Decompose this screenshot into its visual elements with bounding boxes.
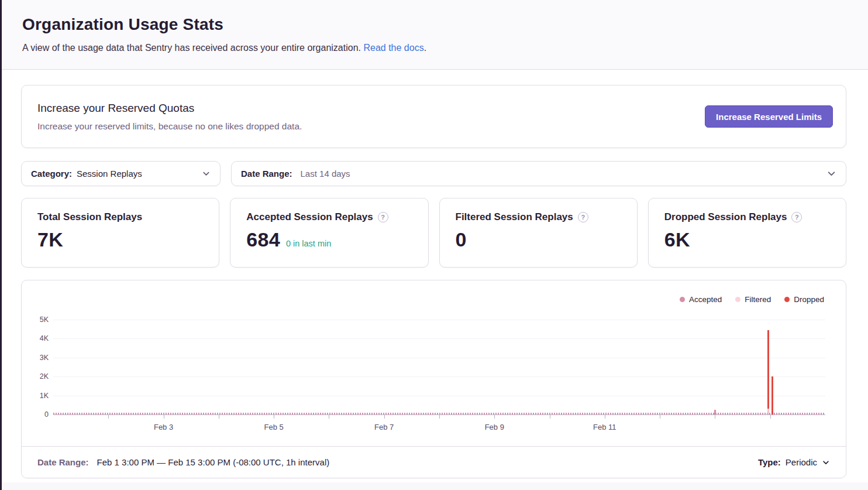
x-axis-tick (384, 415, 385, 419)
chart-type-select[interactable]: Type: Periodic (758, 457, 830, 467)
y-axis-label: 1K (24, 392, 49, 400)
stat-card-value: 6K (664, 228, 690, 251)
footer-date-range-label: Date Range: (37, 457, 89, 467)
date-range-select[interactable]: Date Range: Last 14 days (231, 161, 846, 186)
gridline (53, 376, 825, 377)
page-subtitle: A view of the usage data that Sentry has… (22, 43, 868, 53)
legend-label: Filtered (745, 295, 771, 304)
legend-dot-icon (784, 297, 790, 302)
legend-label: Accepted (689, 295, 722, 304)
x-axis-tick (770, 415, 771, 419)
date-range-select-value: Last 14 days (301, 169, 350, 179)
stat-card-value: 0 (456, 228, 467, 251)
x-axis-tick (605, 415, 605, 419)
stat-card-title: Dropped Session Replays (664, 211, 787, 223)
chart-type-value: Periodic (786, 457, 817, 467)
quota-card-title: Increase your Reserved Quotas (37, 102, 302, 115)
page-subtitle-period: . (424, 43, 426, 53)
chevron-down-icon (202, 169, 211, 178)
stat-card-trend: 0 in last min (286, 239, 331, 248)
page-bottom-gutter (2, 482, 868, 490)
stat-card-accepted: Accepted Session Replays ? 684 0 in last… (230, 198, 428, 268)
y-axis-label: 0 (24, 410, 49, 419)
legend-item-dropped[interactable]: Dropped (784, 295, 824, 304)
page-header: Organization Usage Stats A view of the u… (2, 0, 868, 70)
x-axis-label: Feb 9 (485, 423, 504, 431)
stat-card-total: Total Session Replays 7K (21, 198, 219, 268)
legend-item-accepted[interactable]: Accepted (680, 295, 722, 304)
gridline (53, 358, 825, 358)
chevron-down-icon (822, 458, 830, 467)
stat-card-value: 7K (37, 228, 63, 251)
x-axis-tick (219, 415, 219, 419)
read-the-docs-link[interactable]: Read the docs (363, 43, 423, 53)
x-axis-tick (439, 415, 440, 419)
x-axis-tick (660, 415, 660, 419)
y-axis-label: 5K (24, 316, 49, 324)
x-axis-label: Feb 7 (374, 423, 394, 431)
x-axis-label: Feb 5 (264, 423, 284, 431)
x-axis-tick (108, 415, 109, 419)
x-axis-tick (274, 415, 274, 419)
legend-label: Dropped (794, 295, 824, 304)
x-axis-tick (164, 415, 164, 419)
bar-dropped[interactable] (771, 376, 773, 414)
chart-legend: AcceptedFilteredDropped (680, 295, 824, 304)
x-axis-label: Feb 11 (593, 423, 616, 431)
increase-quota-card: Increase your Reserved Quotas Increase y… (21, 85, 846, 148)
increase-reserved-limits-button[interactable]: Increase Reserved Limits (705, 105, 833, 128)
chevron-down-icon (826, 169, 836, 179)
bar-accepted-segment[interactable] (767, 409, 769, 414)
quota-card-text: Increase your Reserved Quotas Increase y… (37, 102, 302, 132)
category-select-label: Category: (31, 169, 72, 179)
legend-dot-icon (680, 297, 685, 302)
stat-card-title: Total Session Replays (37, 211, 142, 223)
gridline (53, 396, 825, 396)
help-icon[interactable]: ? (791, 212, 802, 222)
stat-card-dropped: Dropped Session Replays ? 6K (648, 198, 846, 268)
chart-type-label: Type: (758, 457, 781, 467)
x-axis-tick (329, 415, 329, 419)
x-axis-tick (550, 415, 550, 419)
main-content: Increase your Reserved Quotas Increase y… (21, 70, 846, 478)
help-icon[interactable]: ? (578, 212, 588, 222)
legend-item-filtered[interactable]: Filtered (735, 295, 771, 304)
category-select-value: Session Replays (77, 169, 142, 179)
gridline (53, 320, 825, 320)
y-axis-label: 4K (24, 334, 49, 342)
bar-accepted[interactable] (714, 410, 716, 414)
usage-chart-card: AcceptedFilteredDropped Date Range: Feb … (21, 280, 846, 478)
stat-card-title: Accepted Session Replays (246, 211, 373, 223)
accepted-baseline-bars (53, 413, 825, 414)
stat-cards-row: Total Session Replays 7K Accepted Sessio… (21, 198, 846, 268)
y-axis-label: 2K (24, 372, 49, 381)
chart-footer: Date Range: Feb 1 3:00 PM — Feb 15 3:00 … (22, 446, 846, 478)
help-icon[interactable]: ? (378, 212, 388, 222)
bar-dropped[interactable] (767, 330, 769, 409)
chart-footer-date-range: Date Range: Feb 1 3:00 PM — Feb 15 3:00 … (37, 457, 329, 467)
stat-card-title: Filtered Session Replays (456, 211, 573, 223)
stat-card-value: 684 (246, 228, 280, 251)
x-axis-tick (494, 415, 495, 419)
x-axis-tick (715, 415, 715, 419)
date-range-select-label: Date Range: (241, 169, 292, 179)
stat-card-filtered: Filtered Session Replays ? 0 (439, 198, 638, 268)
filters-row: Category: Session Replays Date Range: La… (21, 161, 846, 186)
category-select[interactable]: Category: Session Replays (21, 161, 221, 186)
quota-card-description: Increase your reserved limits, because n… (37, 121, 302, 132)
page-subtitle-text: A view of the usage data that Sentry has… (22, 43, 363, 53)
sidebar-edge (0, 0, 2, 490)
page-title: Organization Usage Stats (22, 15, 868, 34)
footer-date-range-value: Feb 1 3:00 PM — Feb 15 3:00 PM (-08:00 U… (97, 457, 330, 467)
x-axis-label: Feb 3 (154, 423, 173, 431)
y-axis-label: 3K (24, 354, 49, 362)
gridline (53, 338, 825, 339)
legend-dot-icon (735, 297, 740, 302)
